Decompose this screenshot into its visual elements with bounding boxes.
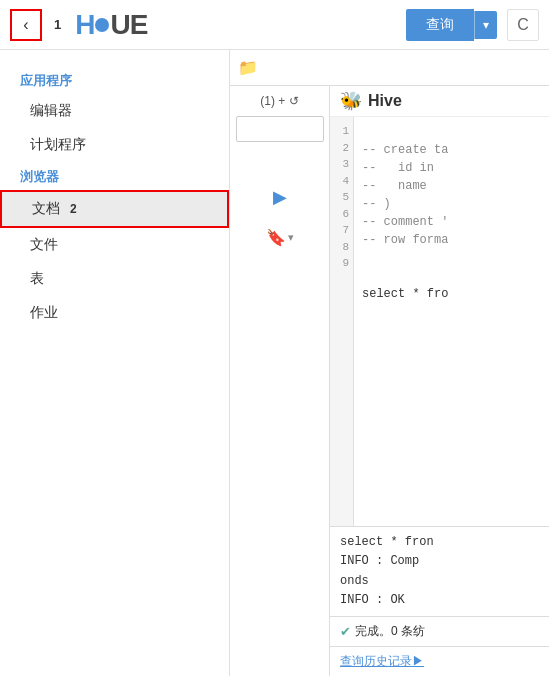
hive-icon: 🐝	[340, 90, 362, 112]
query-dropdown-button[interactable]: ▾	[474, 11, 497, 39]
hive-header: 🐝 Hive	[330, 86, 549, 117]
code-panel: 🐝 Hive 1 2 3 4 5 6 7 8 9	[330, 86, 549, 676]
sidebar: 应用程序 编辑器 计划程序 浏览器 文档 2 文件 表 作业	[0, 50, 230, 676]
back-icon: ‹	[23, 16, 28, 34]
status-bar: ✔ 完成。0 条纺	[330, 616, 549, 646]
sidebar-item-editor[interactable]: 编辑器	[0, 94, 229, 128]
hive-title: Hive	[368, 92, 402, 110]
tab-folder-icon: 📁	[238, 58, 258, 77]
bookmark-icon[interactable]: 🔖 ▾	[266, 228, 294, 247]
query-btn-group: 查询 ▾	[406, 9, 497, 41]
sidebar-item-files[interactable]: 文件	[0, 228, 229, 262]
result-line3: onds	[340, 572, 539, 591]
session-label: (1) + ↺	[260, 94, 298, 108]
result-area: select * fron INFO : Comp onds INFO : OK	[330, 526, 549, 616]
left-panel: (1) + ↺ ▶ 🔖 ▾	[230, 86, 330, 676]
side-icons: ▶ 🔖 ▾	[262, 142, 298, 251]
logo-ue: UE	[110, 9, 147, 41]
session-input[interactable]	[236, 116, 324, 142]
main-layout: 应用程序 编辑器 计划程序 浏览器 文档 2 文件 表 作业 📁 (1) + ↺	[0, 50, 549, 676]
section-browser: 浏览器	[0, 162, 229, 190]
sidebar-item-planner[interactable]: 计划程序	[0, 128, 229, 162]
header: ‹ 1 H UE 查询 ▾ C	[0, 0, 549, 50]
sidebar-item-table[interactable]: 表	[0, 262, 229, 296]
result-line1: select * fron	[340, 533, 539, 552]
header-end-icon: C	[517, 16, 529, 34]
sidebar-item-docs-label: 文档	[32, 200, 60, 216]
result-line4: INFO : OK	[340, 591, 539, 610]
result-line2: INFO : Comp	[340, 552, 539, 571]
sidebar-item-docs[interactable]: 文档 2	[0, 190, 229, 228]
section-apps: 应用程序	[0, 66, 229, 94]
tab-bar: 📁	[230, 50, 549, 86]
sidebar-item-jobs[interactable]: 作业	[0, 296, 229, 330]
result-content: select * fron INFO : Comp onds INFO : OK	[330, 527, 549, 616]
code-editor[interactable]: 1 2 3 4 5 6 7 8 9 -- create ta -- id in …	[330, 117, 549, 526]
editor-area: (1) + ↺ ▶ 🔖 ▾ 🐝 Hive	[230, 86, 549, 676]
step2-badge: 2	[70, 202, 77, 216]
logo-dot	[95, 18, 109, 32]
execute-button[interactable]: ▶	[273, 186, 287, 208]
query-button[interactable]: 查询	[406, 9, 474, 41]
code-lines: -- create ta -- id in -- name -- ) -- co…	[354, 117, 456, 526]
session-toolbar: (1) + ↺	[260, 94, 298, 108]
line-numbers: 1 2 3 4 5 6 7 8 9	[330, 117, 354, 526]
back-button[interactable]: ‹	[10, 9, 42, 41]
query-history-link[interactable]: 查询历史记录▶	[330, 646, 549, 676]
status-text: 完成。0 条纺	[355, 623, 425, 640]
status-check-icon: ✔	[340, 624, 351, 639]
header-end-button[interactable]: C	[507, 9, 539, 41]
content-area: 📁 (1) + ↺ ▶ 🔖 ▾	[230, 50, 549, 676]
logo-h: H	[75, 9, 94, 41]
logo: H UE	[75, 9, 147, 41]
step1-badge: 1	[54, 17, 61, 32]
